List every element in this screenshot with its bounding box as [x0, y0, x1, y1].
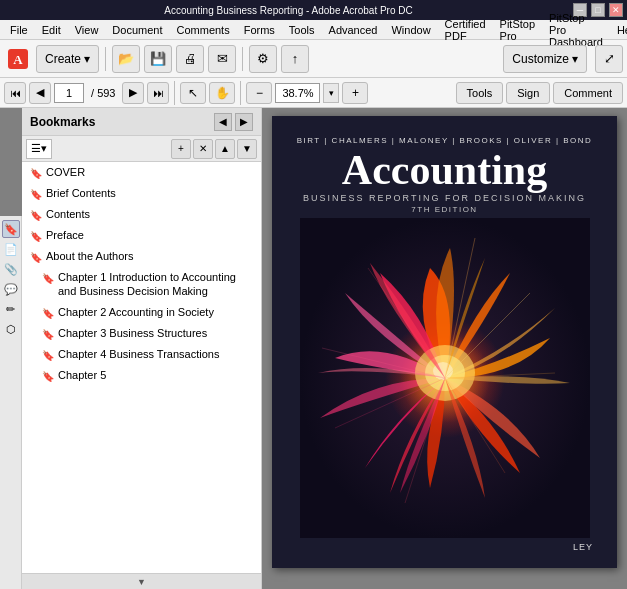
bm-label-ch1: Chapter 1 Introduction to Accounting and… — [58, 270, 257, 299]
zoom-input[interactable] — [275, 83, 320, 103]
tools-btn[interactable]: Tools — [456, 82, 504, 104]
panel-header: Bookmarks ◀ ▶ — [22, 108, 261, 136]
nav-next-btn[interactable]: ▶ — [122, 82, 144, 104]
comment-btn[interactable]: Comment — [553, 82, 623, 104]
bm-icon-ch4: 🔖 — [42, 349, 54, 362]
print-btn[interactable]: 🖨 — [176, 45, 204, 73]
bookmark-chapter-1[interactable]: 🔖 Chapter 1 Introduction to Accounting a… — [22, 267, 261, 302]
bookmark-preface[interactable]: 🔖 Preface — [22, 225, 261, 246]
nav-first-btn[interactable]: ⏮ — [4, 82, 26, 104]
menu-advanced[interactable]: Advanced — [323, 22, 384, 38]
sign-btn[interactable]: Sign — [506, 82, 550, 104]
bookmark-options-dropdown[interactable]: ☰ ▾ — [26, 139, 52, 159]
menu-forms[interactable]: Forms — [238, 22, 281, 38]
bm-add-btn[interactable]: + — [171, 139, 191, 159]
toolbar-sep-2 — [242, 47, 243, 71]
bookmark-chapter-2[interactable]: 🔖 Chapter 2 Accounting in Society — [22, 302, 261, 323]
bookmarks-icon-btn[interactable]: 🔖 — [2, 220, 20, 238]
comments-side-btn[interactable]: 💬 — [2, 280, 20, 298]
bm-label-about: About the Authors — [46, 249, 257, 263]
expand-btn[interactable]: ⤢ — [595, 45, 623, 73]
cover-image — [272, 218, 617, 538]
bm-delete-btn[interactable]: ✕ — [193, 139, 213, 159]
create-chevron: ▾ — [84, 52, 90, 66]
main-area: 🔖 📄 📎 💬 ✏ ⬡ Bookmarks ◀ ▶ ☰ ▾ + ✕ ▲ ▼ — [0, 108, 627, 589]
acrobat-logo-btn: A — [4, 45, 32, 73]
menu-pitstop-dash[interactable]: PitStop Pro Dashboard — [543, 10, 609, 50]
page-number-input[interactable] — [54, 83, 84, 103]
open-btn[interactable]: 📂 — [112, 45, 140, 73]
svg-text:A: A — [13, 52, 23, 67]
bm-label-cover: COVER — [46, 165, 257, 179]
bookmark-list[interactable]: 🔖 COVER 🔖 Brief Contents 🔖 Contents 🔖 Pr… — [22, 162, 261, 573]
bookmark-brief-contents[interactable]: 🔖 Brief Contents — [22, 183, 261, 204]
menu-pitstop[interactable]: PitStop Pro — [494, 16, 541, 44]
bookmark-chapter-4[interactable]: 🔖 Chapter 4 Business Transactions — [22, 344, 261, 365]
cover-authors: BIRT | CHALMERS | MALONEY | BROOKS | OLI… — [296, 136, 593, 145]
email-btn[interactable]: ✉ — [208, 45, 236, 73]
pdf-view: BIRT | CHALMERS | MALONEY | BROOKS | OLI… — [262, 108, 627, 589]
bookmark-chapter-3[interactable]: 🔖 Chapter 3 Business Structures — [22, 323, 261, 344]
zoom-dropdown-btn[interactable]: ▾ — [323, 83, 339, 103]
zoom-out-btn[interactable]: − — [246, 82, 272, 104]
zoom-in-btn[interactable]: + — [342, 82, 368, 104]
settings-btn[interactable]: ⚙ — [249, 45, 277, 73]
bookmark-about-authors[interactable]: 🔖 About the Authors — [22, 246, 261, 267]
menu-bar: File Edit View Document Comments Forms T… — [0, 20, 627, 40]
save-btn[interactable]: 💾 — [144, 45, 172, 73]
menu-document[interactable]: Document — [106, 22, 168, 38]
nav-toolbar: ⏮ ◀ / 593 ▶ ⏭ ↖ ✋ − ▾ + Tools Sign Comme… — [0, 78, 627, 108]
layers-side-btn[interactable]: ⬡ — [2, 320, 20, 338]
pages-icon-btn[interactable]: 📄 — [2, 240, 20, 258]
bm-label-brief: Brief Contents — [46, 186, 257, 200]
menu-comments[interactable]: Comments — [171, 22, 236, 38]
nav-sep-2 — [240, 81, 241, 105]
panel-collapse-btn[interactable]: ◀ — [214, 113, 232, 131]
select-tool-btn[interactable]: ↖ — [180, 82, 206, 104]
customize-label: Customize — [512, 52, 569, 66]
signatures-side-btn[interactable]: ✏ — [2, 300, 20, 318]
bm-icon-cover: 🔖 — [30, 167, 42, 180]
bm-label-ch2: Chapter 2 Accounting in Society — [58, 305, 257, 319]
side-icon-panel: 🔖 📄 📎 💬 ✏ ⬡ — [0, 216, 22, 589]
bookmark-scrollbar-bottom[interactable]: ▼ — [22, 573, 261, 589]
bm-move-up-btn[interactable]: ▲ — [215, 139, 235, 159]
pdf-cover-page: BIRT | CHALMERS | MALONEY | BROOKS | OLI… — [272, 116, 617, 568]
menu-certpdf[interactable]: Certified PDF — [439, 16, 492, 44]
title-bar-text: Accounting Business Reporting - Adobe Ac… — [4, 5, 573, 16]
right-nav-btns: Tools Sign Comment — [456, 82, 623, 104]
cover-title: Accounting — [296, 149, 593, 191]
panel-controls: ◀ ▶ — [214, 113, 253, 131]
customize-button[interactable]: Customize ▾ — [503, 45, 587, 73]
bookmark-chapter-5[interactable]: 🔖 Chapter 5 — [22, 365, 261, 386]
hand-tool-btn[interactable]: ✋ — [209, 82, 235, 104]
bm-move-down-btn[interactable]: ▼ — [237, 139, 257, 159]
panel-expand-btn[interactable]: ▶ — [235, 113, 253, 131]
close-btn[interactable]: ✕ — [609, 3, 623, 17]
bookmarks-panel: Bookmarks ◀ ▶ ☰ ▾ + ✕ ▲ ▼ 🔖 COVER — [22, 108, 262, 589]
panel-title: Bookmarks — [30, 115, 95, 129]
menu-edit[interactable]: Edit — [36, 22, 67, 38]
bm-icon-ch5: 🔖 — [42, 370, 54, 383]
toolbar-sep-1 — [105, 47, 106, 71]
cover-publisher: LEY — [296, 542, 593, 552]
share-btn[interactable]: ↑ — [281, 45, 309, 73]
menu-window[interactable]: Window — [385, 22, 436, 38]
bm-label-ch5: Chapter 5 — [58, 368, 257, 382]
nav-prev-btn[interactable]: ◀ — [29, 82, 51, 104]
bm-icon-ch2: 🔖 — [42, 307, 54, 320]
menu-file[interactable]: File — [4, 22, 34, 38]
scroll-down-arrow[interactable]: ▼ — [137, 577, 146, 587]
bookmark-cover[interactable]: 🔖 COVER — [22, 162, 261, 183]
menu-tools[interactable]: Tools — [283, 22, 321, 38]
nav-last-btn[interactable]: ⏭ — [147, 82, 169, 104]
bm-dropdown-arrow: ▾ — [41, 142, 47, 155]
main-toolbar: A Create ▾ 📂 💾 🖨 ✉ ⚙ ↑ Customize ▾ ⤢ — [0, 40, 627, 78]
menu-view[interactable]: View — [69, 22, 105, 38]
bookmark-toolbar: ☰ ▾ + ✕ ▲ ▼ — [22, 136, 261, 162]
create-button[interactable]: Create ▾ — [36, 45, 99, 73]
bm-icon-brief: 🔖 — [30, 188, 42, 201]
menu-help[interactable]: Help — [611, 22, 627, 38]
bookmark-contents[interactable]: 🔖 Contents — [22, 204, 261, 225]
attachments-icon-btn[interactable]: 📎 — [2, 260, 20, 278]
